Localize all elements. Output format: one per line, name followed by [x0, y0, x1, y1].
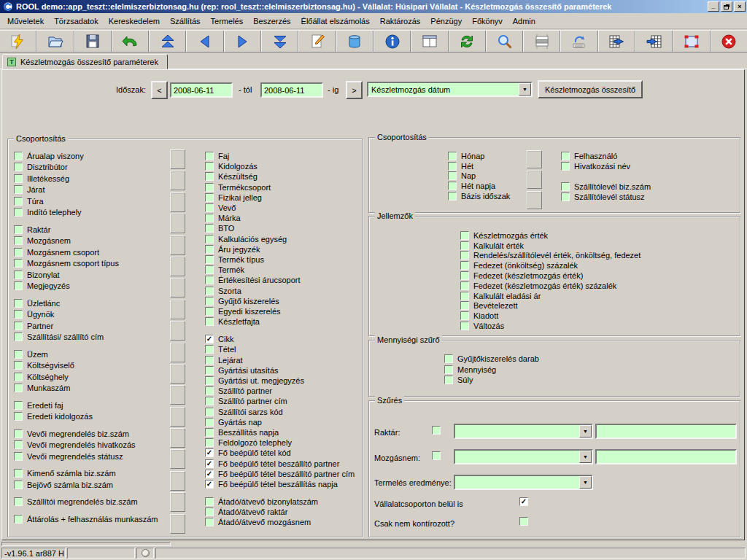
order-box[interactable] [170, 492, 185, 512]
search-button[interactable] [486, 31, 523, 52]
order-box[interactable] [170, 343, 185, 362]
checkbox[interactable] [205, 508, 214, 516]
checkbox[interactable] [205, 418, 214, 427]
checkbox[interactable] [14, 350, 23, 359]
checkbox[interactable] [448, 192, 457, 201]
checkbox[interactable] [205, 386, 214, 395]
checkbox[interactable] [14, 481, 23, 489]
menu-item[interactable]: Raktározás [375, 15, 426, 28]
order-box[interactable] [170, 257, 185, 276]
checkbox[interactable] [14, 208, 23, 217]
order-box[interactable] [170, 514, 185, 534]
order-box[interactable] [170, 214, 185, 233]
menu-item[interactable]: Főkönyv [467, 15, 508, 28]
checkbox[interactable] [205, 214, 214, 222]
checkbox[interactable] [205, 255, 214, 264]
order-box[interactable] [170, 449, 185, 469]
checkbox[interactable] [14, 281, 23, 290]
refresh-button[interactable] [449, 31, 486, 52]
checkbox[interactable] [205, 183, 214, 192]
checkbox[interactable] [14, 429, 23, 438]
edit-button[interactable] [298, 31, 336, 52]
checkbox[interactable] [205, 224, 214, 233]
last-button[interactable] [261, 31, 298, 52]
checkbox[interactable] [561, 152, 570, 160]
tab-keszletmozgas-osszesito-parameterek[interactable]: T Készletmozgás összesítő paraméterek [2, 54, 168, 69]
checkbox[interactable] [205, 193, 214, 202]
order-box[interactable] [170, 407, 185, 427]
checkbox[interactable] [14, 163, 23, 171]
checkbox[interactable]: ✓ [205, 480, 214, 489]
summary-submit-button[interactable]: Készletmozgás összesítő [538, 80, 643, 98]
checkbox[interactable] [205, 397, 214, 405]
checkbox[interactable] [205, 307, 214, 316]
menu-item[interactable]: Élőállat elszámolás [296, 15, 375, 28]
table-import-button[interactable] [635, 31, 673, 52]
menu-item[interactable]: Termelés [206, 15, 249, 28]
checkbox[interactable] [205, 376, 214, 385]
restore-button[interactable] [721, 1, 732, 12]
order-box[interactable] [170, 300, 185, 319]
period-next-button[interactable]: > [346, 81, 363, 99]
termeles-dropdown[interactable]: ▼ [454, 475, 593, 490]
checkbox[interactable] [448, 171, 457, 180]
checkbox[interactable] [561, 182, 570, 191]
order-box[interactable] [170, 321, 185, 341]
exit-button[interactable] [711, 31, 747, 52]
checkbox[interactable] [205, 245, 214, 254]
checkbox[interactable] [14, 469, 23, 478]
checkbox[interactable] [14, 497, 23, 506]
table-export-button[interactable] [598, 31, 635, 52]
checkbox[interactable] [14, 452, 23, 461]
menu-item[interactable]: Beszerzés [248, 15, 295, 28]
menu-item[interactable]: Pénzügy [425, 15, 467, 28]
order-box[interactable] [170, 278, 185, 298]
minimize-button[interactable]: _ [708, 1, 719, 12]
checkbox[interactable] [460, 241, 469, 250]
checkbox[interactable] [14, 248, 23, 257]
order-box[interactable] [527, 191, 542, 209]
info-button[interactable] [374, 31, 411, 52]
checkbox[interactable] [205, 276, 214, 284]
period-from-input[interactable] [170, 82, 233, 98]
checkbox[interactable] [14, 152, 23, 160]
checkbox[interactable] [444, 354, 453, 363]
menu-item[interactable]: Admin [508, 15, 541, 28]
checkbox[interactable] [519, 517, 528, 526]
checkbox[interactable] [205, 317, 214, 326]
checkbox[interactable]: ✓ [205, 459, 214, 468]
save-button[interactable] [74, 31, 112, 52]
raktar-dropdown[interactable]: ▼ [454, 424, 593, 439]
mozgasnem-dropdown[interactable]: ▼ [454, 449, 593, 464]
checkbox[interactable] [205, 172, 214, 181]
checkbox[interactable] [14, 440, 23, 449]
order-box[interactable] [170, 192, 185, 212]
checkbox[interactable]: ✓ [205, 448, 214, 457]
checkbox[interactable]: ✓ [205, 335, 214, 343]
checkbox[interactable] [14, 332, 23, 341]
mozgasnem-input[interactable] [595, 449, 737, 464]
checkbox[interactable] [14, 225, 23, 234]
checkbox[interactable] [205, 345, 214, 354]
checkbox[interactable] [460, 231, 469, 240]
checkbox[interactable] [448, 182, 457, 190]
checkbox[interactable] [14, 412, 23, 421]
first-button[interactable] [149, 31, 186, 52]
checkbox[interactable] [205, 518, 214, 526]
date-type-dropdown[interactable]: Készletmozgás dátum ▼ [367, 82, 533, 97]
checkbox[interactable] [14, 197, 23, 206]
checkbox[interactable] [205, 162, 214, 171]
checkbox[interactable] [205, 356, 214, 365]
checkbox[interactable]: ✓ [519, 497, 528, 506]
checkbox[interactable] [14, 271, 23, 279]
order-box[interactable] [170, 364, 185, 384]
undo-button[interactable] [112, 31, 149, 52]
checkbox[interactable] [14, 401, 23, 410]
checkbox[interactable] [561, 192, 570, 201]
checkbox[interactable] [460, 301, 469, 310]
order-box[interactable] [170, 428, 185, 448]
checkbox[interactable] [205, 297, 214, 306]
chevron-down-icon[interactable]: ▼ [579, 476, 592, 489]
chevron-down-icon[interactable]: ▼ [579, 425, 592, 438]
menu-item[interactable]: Törzsadatok [49, 15, 104, 28]
